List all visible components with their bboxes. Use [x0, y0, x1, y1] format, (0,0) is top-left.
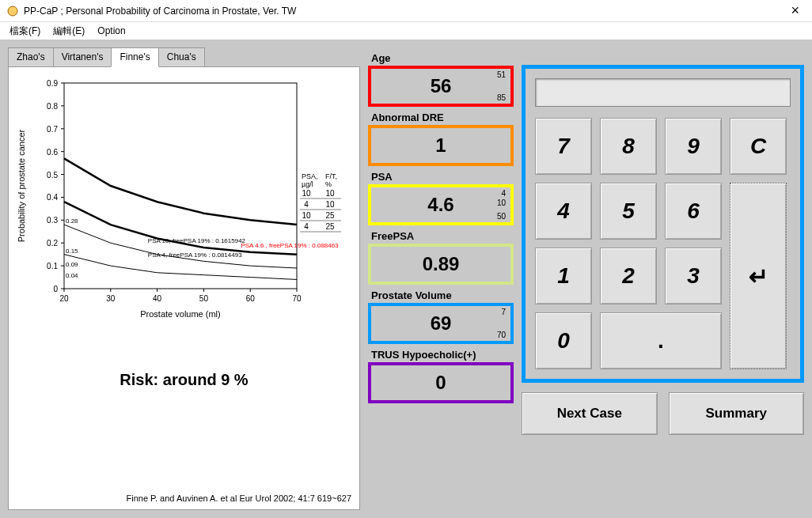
chart-panel: 00.10.20.30.40.50.60.70.80.9203040506070…: [8, 66, 360, 510]
svg-text:10: 10: [302, 211, 311, 220]
age-min: 51: [497, 70, 506, 79]
dre-value: 1: [435, 134, 446, 157]
tab-chua[interactable]: Chua's: [158, 47, 205, 66]
calculator-panel: 7 8 9 C 4 5 6 ↵ 1 2 3 0 . Next Case Summ…: [522, 47, 804, 510]
key-6[interactable]: 6: [665, 183, 722, 240]
key-clear[interactable]: C: [730, 118, 787, 175]
key-7[interactable]: 7: [535, 118, 592, 175]
key-2[interactable]: 2: [600, 248, 657, 304]
svg-text:0.6: 0.6: [47, 148, 58, 157]
svg-text:0.3: 0.3: [47, 216, 58, 225]
dre-label: Abnormal DRE: [368, 110, 514, 125]
prostate-volume-input[interactable]: 7 69 70: [368, 303, 514, 344]
key-4[interactable]: 4: [535, 183, 592, 240]
key-5[interactable]: 5: [600, 183, 657, 240]
age-input[interactable]: 51 56 85: [368, 66, 514, 107]
psa-min: 4: [501, 189, 506, 198]
action-buttons: Next Case Summary: [522, 392, 804, 435]
psa-value: 4.6: [427, 194, 453, 216]
svg-text:PSA 10, freePSA 19% : 0.161594: PSA 10, freePSA 19% : 0.1615942: [148, 237, 246, 244]
psa-label: PSA: [368, 169, 514, 184]
key-8[interactable]: 8: [600, 118, 657, 175]
svg-text:0.8: 0.8: [47, 102, 58, 111]
window-titlebar: PP-CaP ; Personal Probability of Carcino…: [0, 0, 812, 22]
dre-input[interactable]: 1: [368, 125, 514, 166]
svg-text:µg/l: µg/l: [302, 180, 313, 188]
close-icon[interactable]: ×: [784, 2, 806, 19]
calculator-display[interactable]: [535, 78, 791, 107]
risk-result-text: Risk: around 9 %: [13, 371, 355, 389]
svg-text:0.9: 0.9: [47, 79, 58, 88]
key-0[interactable]: 0: [535, 312, 592, 369]
citation-text: Finne P. and Auvinen A. et al Eur Urol 2…: [127, 493, 351, 503]
age-label: Age: [368, 51, 514, 66]
key-enter[interactable]: ↵: [730, 183, 787, 369]
main-area: Zhao's Virtanen's Finne's Chua's 00.10.2…: [0, 40, 812, 518]
trus-value: 0: [435, 372, 446, 394]
freepsa-value: 0.89: [423, 253, 460, 275]
pv-value: 69: [431, 312, 452, 335]
svg-text:0.4: 0.4: [47, 193, 58, 202]
psa-mid: 10: [497, 199, 506, 207]
svg-text:50: 50: [199, 294, 209, 303]
calculator: 7 8 9 C 4 5 6 ↵ 1 2 3 0 .: [522, 65, 804, 383]
key-3[interactable]: 3: [665, 248, 722, 304]
menu-file[interactable]: 檔案(F): [3, 23, 47, 40]
pv-max: 70: [497, 331, 506, 339]
svg-text:10: 10: [325, 200, 335, 209]
key-dot[interactable]: .: [600, 312, 722, 369]
svg-text:40: 40: [153, 294, 162, 303]
psa-max: 50: [497, 212, 506, 221]
svg-text:PSA,: PSA,: [302, 172, 318, 180]
svg-text:0.28: 0.28: [66, 217, 78, 225]
menu-option[interactable]: Option: [91, 24, 131, 38]
svg-text:25: 25: [325, 211, 335, 220]
svg-text:70: 70: [292, 294, 302, 303]
svg-text:0.5: 0.5: [47, 171, 58, 180]
app-icon: [6, 5, 19, 17]
freepsa-input[interactable]: 0.89: [368, 244, 514, 285]
key-1[interactable]: 1: [535, 248, 592, 304]
svg-text:0.04: 0.04: [66, 272, 78, 279]
summary-button[interactable]: Summary: [669, 392, 805, 435]
freepsa-label: FreePSA: [368, 229, 514, 244]
svg-text:0.1: 0.1: [47, 262, 58, 270]
svg-text:PSA 4.6 , freePSA 19% : 0.0884: PSA 4.6 , freePSA 19% : 0.088463: [241, 242, 339, 249]
svg-text:PSA 4, freePSA 19% : 0.0814493: PSA 4, freePSA 19% : 0.0814493: [148, 251, 242, 259]
svg-text:%: %: [325, 180, 332, 188]
age-value: 56: [431, 75, 452, 97]
svg-text:25: 25: [325, 222, 335, 231]
svg-text:Prostate volume (ml): Prostate volume (ml): [140, 309, 220, 319]
svg-text:10: 10: [302, 189, 311, 198]
tab-zhao[interactable]: Zhao's: [8, 47, 54, 66]
svg-text:0: 0: [53, 285, 58, 293]
svg-text:20: 20: [59, 294, 69, 303]
trus-label: TRUS Hypoecholic(+): [368, 347, 514, 362]
svg-text:30: 30: [106, 294, 116, 303]
next-case-button[interactable]: Next Case: [522, 392, 658, 435]
svg-text:0.15: 0.15: [66, 248, 78, 255]
svg-text:4: 4: [304, 200, 309, 209]
calculator-keypad: 7 8 9 C 4 5 6 ↵ 1 2 3 0 .: [535, 118, 791, 369]
probability-chart: 00.10.20.30.40.50.60.70.80.9203040506070…: [13, 75, 355, 336]
svg-text:4: 4: [304, 222, 309, 231]
inputs-panel: Age 51 56 85 Abnormal DRE 1 PSA 4 10 4.6…: [368, 47, 514, 510]
tab-finne[interactable]: Finne's: [111, 47, 158, 67]
psa-input[interactable]: 4 10 4.6 50: [368, 184, 514, 225]
svg-text:0.09: 0.09: [66, 261, 78, 268]
svg-text:F/T,: F/T,: [325, 172, 337, 180]
menu-bar: 檔案(F) 編輯(E) Option: [0, 22, 812, 40]
model-tabs: Zhao's Virtanen's Finne's Chua's: [8, 47, 360, 66]
svg-text:0.2: 0.2: [47, 239, 58, 248]
prostate-volume-label: Prostate Volume: [368, 288, 514, 303]
svg-point-0: [8, 6, 17, 16]
key-9[interactable]: 9: [665, 118, 722, 175]
svg-text:10: 10: [325, 189, 335, 198]
trus-input[interactable]: 0: [368, 362, 514, 403]
pv-min: 7: [501, 308, 506, 316]
svg-text:60: 60: [246, 294, 256, 303]
menu-edit[interactable]: 編輯(E): [47, 23, 91, 40]
tab-virtanen[interactable]: Virtanen's: [53, 47, 112, 66]
svg-text:0.7: 0.7: [47, 125, 58, 134]
window-title: PP-CaP ; Personal Probability of Carcino…: [24, 6, 784, 17]
